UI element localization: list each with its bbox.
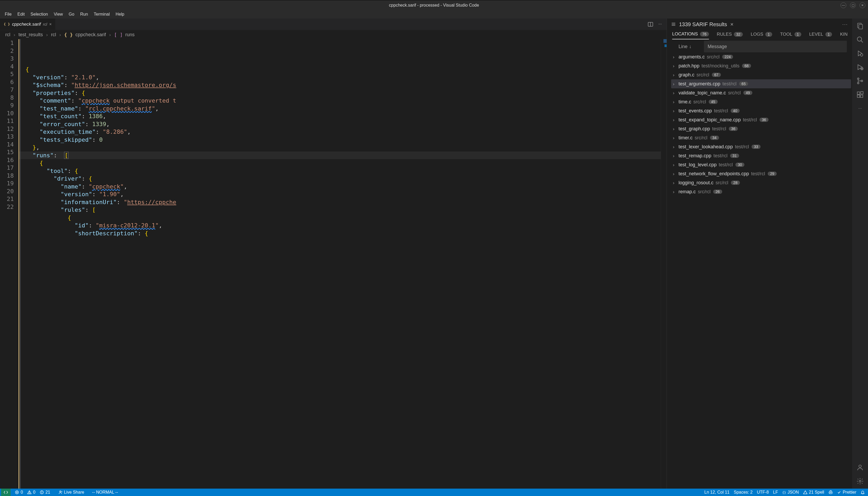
sarif-result-row[interactable]: ›patch.hpptest/mocking_utils68 xyxy=(671,61,851,70)
source-control-icon[interactable] xyxy=(856,77,864,84)
run-debug-icon[interactable] xyxy=(856,50,864,57)
eol[interactable]: LF xyxy=(771,490,780,495)
status-right: Ln 12, Col 11 Spaces: 2 UTF-8 LF JSON 21… xyxy=(702,490,867,495)
sarif-result-row[interactable]: ›logging_rosout.csrc/rcl28 xyxy=(671,178,851,187)
sarif-tab-tool[interactable]: TOOL1 xyxy=(780,32,801,39)
sarif-results-list[interactable]: ›arguments.csrc/rcl224›patch.hpptest/moc… xyxy=(667,52,852,489)
menu-help[interactable]: Help xyxy=(113,11,127,18)
sarif-result-row[interactable]: ›test_log_level.cpptest/rcl30 xyxy=(671,160,851,169)
menu-run[interactable]: Run xyxy=(77,11,90,18)
svg-point-14 xyxy=(857,78,859,80)
result-count-badge: 36 xyxy=(760,118,768,122)
indentation[interactable]: Spaces: 2 xyxy=(732,490,755,495)
sarif-result-row[interactable]: ›test_arguments.cpptest/rcl65 xyxy=(671,79,851,88)
more-icon[interactable]: ··· xyxy=(856,105,864,112)
menu-selection[interactable]: Selection xyxy=(28,11,50,18)
split-editor-icon[interactable] xyxy=(648,22,653,27)
problems-info[interactable]: 21 xyxy=(38,490,53,495)
sarif-tab-logs[interactable]: LOGS1 xyxy=(751,32,772,39)
array-icon: [ ] xyxy=(114,32,123,37)
result-count-badge: 67 xyxy=(712,73,721,77)
crumb-file[interactable]: cppcheck.sarif xyxy=(75,32,106,37)
crumb-rcl[interactable]: rcl xyxy=(5,32,10,37)
sarif-tab-kin[interactable]: KIN xyxy=(840,32,847,39)
menu-go[interactable]: Go xyxy=(66,11,77,18)
close-button[interactable]: ✕ xyxy=(859,2,865,8)
sarif-result-row[interactable]: ›test_graph.cpptest/rcl36 xyxy=(671,124,851,133)
minimize-button[interactable]: — xyxy=(840,2,846,8)
encoding[interactable]: UTF-8 xyxy=(755,490,771,495)
menu-view[interactable]: View xyxy=(51,11,65,18)
notifications-icon[interactable] xyxy=(858,490,867,494)
crumb-test-results[interactable]: test_results xyxy=(18,32,43,37)
crumb-rcl2[interactable]: rcl xyxy=(51,32,56,37)
line-number: 6 xyxy=(0,78,14,86)
spell-check[interactable]: 21 Spell xyxy=(801,490,826,495)
tab-cppcheck-sarif[interactable]: { } cppcheck.sarif rcl × xyxy=(0,18,55,30)
sarif-result-row[interactable]: ›test_lexer_lookahead.cpptest/rcl33 xyxy=(671,142,851,151)
line-number: 15 xyxy=(0,148,14,156)
vim-mode: -- NORMAL -- xyxy=(90,490,120,495)
tab-action-group: ··· xyxy=(648,22,667,27)
result-filename: test_log_level.cpp xyxy=(678,162,717,168)
svg-rect-6 xyxy=(859,24,863,29)
search-icon[interactable] xyxy=(856,36,864,43)
line-number: 12 xyxy=(0,125,14,133)
maximize-button[interactable]: ▢ xyxy=(850,2,856,8)
accounts-icon[interactable] xyxy=(856,464,864,471)
debug-alt-icon[interactable] xyxy=(856,63,864,71)
cursor-position[interactable]: Ln 12, Col 11 xyxy=(702,490,732,495)
sarif-result-row[interactable]: ›time.csrc/rcl45 xyxy=(671,97,851,106)
list-icon[interactable] xyxy=(671,22,676,27)
sarif-result-row[interactable]: ›graph.csrc/rcl67 xyxy=(671,70,851,79)
line-number: 4 xyxy=(0,63,14,71)
crumb-runs[interactable]: runs xyxy=(125,32,135,37)
code-line: { xyxy=(18,65,661,74)
result-count-badge: 31 xyxy=(730,154,739,158)
problems-errors[interactable]: 0 xyxy=(13,490,25,495)
sarif-result-row[interactable]: ›test_events.cpptest/rcl40 xyxy=(671,106,851,115)
prettier-status[interactable]: Prettier xyxy=(835,490,858,495)
sarif-result-row[interactable]: ›test_expand_topic_name.cpptest/rcl36 xyxy=(671,115,851,124)
explorer-icon[interactable] xyxy=(856,22,864,30)
code-line: { xyxy=(18,214,661,222)
code-line: "rules": [ xyxy=(18,206,661,214)
sarif-tab-level[interactable]: LEVEL1 xyxy=(809,32,832,39)
sarif-result-row[interactable]: ›remap.csrc/rcl26 xyxy=(671,187,851,196)
sarif-result-row[interactable]: ›test_remap.cpptest/rcl31 xyxy=(671,151,851,160)
live-share-button[interactable]: Live Share xyxy=(56,490,87,495)
sarif-more-icon[interactable]: ··· xyxy=(842,22,848,27)
extensions-icon[interactable] xyxy=(856,91,864,98)
line-number: 17 xyxy=(0,164,14,172)
remote-indicator[interactable] xyxy=(1,489,11,496)
result-filename: test_remap.cpp xyxy=(678,153,711,159)
result-count-badge: 34 xyxy=(710,136,719,140)
sarif-result-row[interactable]: ›test_network_flow_endpoints.cpptest/rcl… xyxy=(671,169,851,178)
more-actions-icon[interactable]: ··· xyxy=(658,22,662,27)
copilot-icon[interactable] xyxy=(826,490,835,495)
menu-file[interactable]: File xyxy=(2,11,14,18)
language-mode[interactable]: JSON xyxy=(780,490,801,495)
menu-terminal[interactable]: Terminal xyxy=(91,11,112,18)
column-message-header[interactable]: Message xyxy=(704,41,847,52)
sarif-close-icon[interactable]: ✕ xyxy=(730,22,734,27)
column-line-header[interactable]: Line ↓ xyxy=(672,41,704,52)
code-line: "driver": { xyxy=(18,175,661,183)
sarif-result-row[interactable]: ›validate_topic_name.csrc/rcl49 xyxy=(671,88,851,97)
sarif-result-row[interactable]: ›arguments.csrc/rcl224 xyxy=(671,52,851,61)
editor-body[interactable]: 12345678910111213141516171819202122 { "v… xyxy=(0,39,667,489)
overview-ruler[interactable] xyxy=(661,39,667,489)
menu-edit[interactable]: Edit xyxy=(15,11,28,18)
result-count-badge: 40 xyxy=(731,109,740,113)
result-filepath: test/rcl xyxy=(714,108,728,114)
problems-warnings[interactable]: 0 xyxy=(25,490,38,495)
result-count-badge: 36 xyxy=(729,127,738,131)
sarif-result-row[interactable]: ›timer.csrc/rcl34 xyxy=(671,133,851,142)
line-number: 22 xyxy=(0,203,14,211)
gear-icon[interactable] xyxy=(856,478,864,485)
sarif-tab-rules[interactable]: RULES32 xyxy=(717,32,743,39)
tab-close-icon[interactable]: × xyxy=(49,22,51,27)
sarif-tab-locations[interactable]: LOCATIONS76 xyxy=(672,31,709,40)
svg-rect-34 xyxy=(829,492,833,494)
code-area[interactable]: { "version": "2.1.0", "$schema": "http:/… xyxy=(18,39,661,489)
